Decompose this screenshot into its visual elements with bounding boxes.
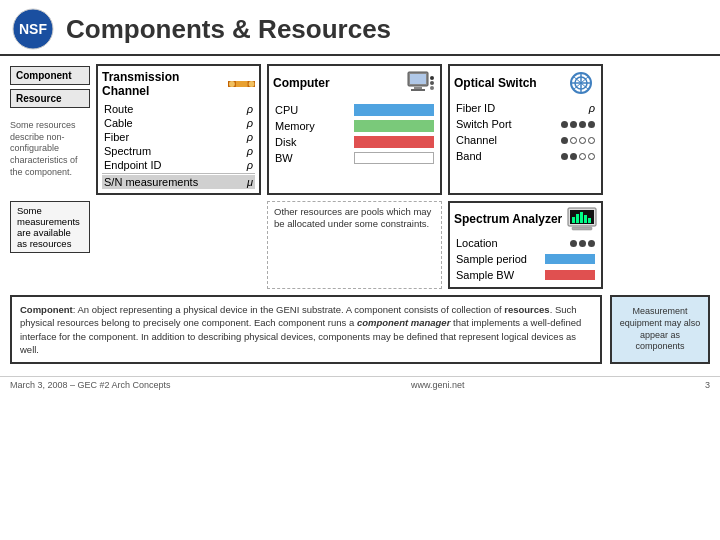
bw-bar (354, 152, 434, 164)
channel-dots (561, 137, 595, 144)
dot4 (588, 137, 595, 144)
optical-row-fiberid: Fiber ID ρ (454, 100, 597, 116)
location-label: Location (456, 237, 498, 249)
svg-point-13 (430, 86, 434, 90)
transmission-channel-box: Transmission Channel Route ρ (96, 64, 261, 195)
spectrum-title: Spectrum Analyzer (454, 212, 562, 226)
dot3 (579, 121, 586, 128)
svg-rect-27 (572, 227, 592, 230)
svg-rect-23 (576, 214, 579, 223)
svg-rect-10 (411, 89, 425, 91)
footer-right: 3 (705, 380, 710, 390)
bottom-section: Component: An object representing a phys… (10, 295, 710, 364)
cable-icon (228, 74, 255, 94)
main-content: Component Resource Some resources descri… (0, 56, 720, 372)
cpu-bar (354, 104, 434, 116)
optical-row-band: Band (454, 148, 597, 164)
tc-spacer (96, 201, 261, 289)
tc-row-sn: S/N measurements μ (102, 175, 255, 189)
top-section: Component Resource Some resources descri… (10, 64, 710, 195)
dot1 (570, 240, 577, 247)
svg-rect-8 (410, 74, 426, 84)
tc-row-spectrum: Spectrum ρ (102, 144, 255, 158)
desc-resources-bold: resources (504, 304, 549, 315)
switchport-label: Switch Port (456, 118, 512, 130)
computer-icon (406, 70, 436, 96)
page-title: Components & Resources (66, 14, 391, 45)
tc-label-cable: Cable (104, 117, 133, 129)
svg-text:NSF: NSF (19, 21, 47, 37)
pools-note: Other resources are pools which may be a… (267, 201, 442, 289)
labels-column: Component Resource Some resources descri… (10, 64, 90, 195)
svg-point-11 (430, 76, 434, 80)
location-dots (570, 240, 595, 247)
tc-label-endpoint: Endpoint ID (104, 159, 161, 171)
disk-label: Disk (275, 136, 296, 148)
spectrum-header: Spectrum Analyzer (454, 207, 597, 231)
svg-point-12 (430, 81, 434, 85)
tc-label-fiber: Fiber (104, 131, 129, 143)
dot3 (579, 153, 586, 160)
dot3 (579, 137, 586, 144)
tc-row-fiber: Fiber ρ (102, 130, 255, 144)
desc-text-1: : An object representing a physical devi… (73, 304, 504, 315)
description-box: Component: An object representing a phys… (10, 295, 602, 364)
footer-center: www.geni.net (411, 380, 465, 390)
tc-label-sn: S/N measurements (104, 176, 198, 188)
dot1 (561, 121, 568, 128)
tc-title: Transmission Channel (102, 70, 228, 98)
computer-box: Computer CPU (267, 64, 442, 195)
sampleperiod-label: Sample period (456, 253, 527, 265)
tc-symbol-spectrum: ρ (247, 145, 253, 157)
fiberid-label: Fiber ID (456, 102, 495, 114)
optical-title: Optical Switch (454, 76, 537, 90)
svg-rect-24 (580, 212, 583, 223)
optical-row-switchport: Switch Port (454, 116, 597, 132)
computer-title: Computer (273, 76, 330, 90)
tc-symbol-fiber: ρ (247, 131, 253, 143)
computer-row-disk: Disk (273, 134, 436, 150)
dot2 (570, 137, 577, 144)
sampleperiod-bar (545, 254, 595, 264)
spectrum-icon (567, 207, 597, 231)
dot3 (588, 240, 595, 247)
component-label: Component (10, 66, 90, 85)
measurements-col: Some measurements are available as resou… (10, 201, 90, 289)
dot2 (570, 121, 577, 128)
mid-section: Some measurements are available as resou… (10, 201, 710, 289)
svg-rect-25 (584, 215, 587, 223)
tc-symbol-sn: μ (247, 176, 253, 188)
samplebw-label: Sample BW (456, 269, 514, 281)
memory-bar (354, 120, 434, 132)
nsf-logo: NSF (12, 8, 54, 50)
dot4 (588, 153, 595, 160)
optical-header: Optical Switch (454, 70, 597, 96)
computer-row-cpu: CPU (273, 102, 436, 118)
desc-component-bold: Component (20, 304, 73, 315)
tc-header: Transmission Channel (102, 70, 255, 98)
svg-point-6 (248, 81, 254, 87)
computer-row-memory: Memory (273, 118, 436, 134)
dot1 (561, 153, 568, 160)
spectrum-row-sampleperiod: Sample period (454, 251, 597, 267)
dot2 (570, 153, 577, 160)
tc-label-spectrum: Spectrum (104, 145, 151, 157)
tc-symbol-route: ρ (247, 103, 253, 115)
cpu-label: CPU (275, 104, 298, 116)
footer-left: March 3, 2008 – GEC #2 Arch Concepts (10, 380, 171, 390)
tc-row-endpoint: Endpoint ID ρ (102, 158, 255, 172)
measurements-note: Some measurements are available as resou… (10, 201, 90, 253)
samplebw-bar (545, 270, 595, 280)
tc-row-route: Route ρ (102, 102, 255, 116)
computer-row-bw: BW (273, 150, 436, 166)
optical-switch-icon (565, 70, 597, 96)
resource-label: Resource (10, 89, 90, 108)
disk-bar (354, 136, 434, 148)
tc-row-cable: Cable ρ (102, 116, 255, 130)
dot4 (588, 121, 595, 128)
desc-manager-bold: component manager (357, 317, 450, 328)
dot1 (561, 137, 568, 144)
header: NSF Components & Resources (0, 0, 720, 56)
optical-row-channel: Channel (454, 132, 597, 148)
spectrum-row-samplebw: Sample BW (454, 267, 597, 283)
